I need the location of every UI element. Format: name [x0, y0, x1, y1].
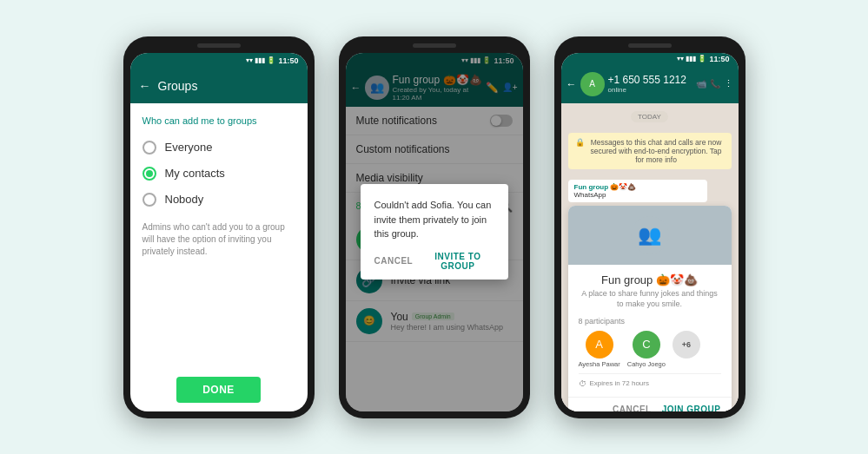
- dialog-box: Couldn't add Sofia. You can invite them …: [361, 184, 508, 280]
- info-card-body: Fun group 🎃🤡💩 A place to share funny jok…: [568, 265, 732, 397]
- clock-icon: ⏱: [579, 379, 586, 388]
- done-btn-wrapper: DONE: [130, 368, 308, 411]
- group-msg-sender: Fun group 🎃🤡💩: [574, 183, 701, 191]
- avatar-cahyo: C Cahyo Joego: [627, 331, 666, 368]
- lock-icon: 🔒: [575, 138, 585, 147]
- info-participants-count: 8 participants: [579, 317, 721, 326]
- back-arrow-3[interactable]: ←: [567, 78, 577, 90]
- app-bar-title-1: Groups: [158, 79, 299, 93]
- radio-circle-everyone: [142, 141, 156, 155]
- status-bar-3: ▾▾ ▮▮▮ 🔋 11:50: [561, 53, 739, 65]
- radio-label-mycontacts: My contacts: [165, 167, 225, 180]
- dialog-text: Couldn't add Sofia. You can invite them …: [374, 198, 494, 241]
- avatar-circle-ayesha: A: [586, 331, 613, 359]
- phone-2: ▾▾ ▮▮▮ 🔋 11:50 ← 👥 Fun group 🎃🤡💩 Created…: [339, 36, 530, 418]
- contact-status-bar: online: [608, 86, 692, 94]
- avatars-row: A Ayesha Pawar C Cahyo Joego: [579, 331, 721, 368]
- video-call-icon[interactable]: 📹: [696, 79, 706, 89]
- app-bar-1: ← Groups: [130, 69, 308, 103]
- info-group-name: Fun group 🎃🤡💩: [579, 273, 721, 286]
- avatar-letter-cahyo: C: [642, 338, 650, 351]
- today-label-wrapper: TODAY: [561, 103, 739, 126]
- groups-description: Admins who can't add you to a group will…: [142, 221, 295, 258]
- contact-title-block: +1 650 555 1212 online: [608, 74, 692, 94]
- radio-mycontacts[interactable]: My contacts: [142, 161, 295, 187]
- contact-name-bar: +1 650 555 1212: [608, 74, 692, 86]
- info-cancel-button[interactable]: CANCEL: [613, 405, 652, 411]
- wifi-icon: ▾▾: [246, 56, 253, 64]
- groups-content: Who can add me to groups Everyone My con…: [130, 103, 308, 368]
- info-card-header: 👥: [568, 206, 732, 265]
- phone-call-icon[interactable]: 📞: [710, 79, 720, 89]
- status-icons-3: ▾▾ ▮▮▮ 🔋: [677, 55, 706, 63]
- expires-row: ⏱ Expires in 72 hours: [579, 373, 721, 388]
- dialog-invite-button[interactable]: INVITE TO GROUP: [421, 252, 494, 271]
- avatar-letter-ayesha: A: [595, 338, 603, 351]
- status-time-3: 11:50: [709, 55, 729, 63]
- chat-bg: TODAY 🔒 Messages to this chat and calls …: [561, 103, 739, 411]
- bar-icons-3: 📹 📞 ⋮: [696, 78, 733, 89]
- avatar-circle-cahyo: C: [633, 331, 660, 359]
- phone-speaker-3: [628, 43, 672, 48]
- encryption-message: 🔒 Messages to this chat and calls are no…: [568, 133, 732, 169]
- group-avatar-large: 👥: [631, 216, 669, 254]
- info-card-actions: CANCEL JOIN GROUP: [568, 397, 732, 411]
- group-msg-source: WhatsApp: [574, 191, 701, 199]
- signal-icon: ▮▮▮: [255, 56, 265, 64]
- info-join-button[interactable]: JOIN GROUP: [662, 405, 721, 411]
- dialog-overlay: Couldn't add Sofia. You can invite them …: [346, 53, 523, 411]
- more-options-icon[interactable]: ⋮: [724, 78, 733, 89]
- encryption-text: Messages to this chat and calls are now …: [588, 138, 725, 164]
- radio-everyone[interactable]: Everyone: [142, 135, 295, 161]
- status-icons-1: ▾▾ ▮▮▮ 🔋: [246, 56, 275, 64]
- battery-icon: 🔋: [267, 56, 275, 64]
- radio-label-nobody: Nobody: [165, 193, 204, 206]
- expires-text: Expires in 72 hours: [590, 379, 649, 387]
- contact-avatar-3: A: [580, 72, 605, 96]
- avatar-plus-circle: +6: [673, 331, 700, 359]
- phone-1: ▾▾ ▮▮▮ 🔋 11:50 ← Groups Who can add me t…: [123, 36, 315, 418]
- radio-circle-nobody: [142, 193, 156, 207]
- status-bar-1: ▾▾ ▮▮▮ 🔋 11:50: [130, 53, 308, 69]
- avatar-ayesha: A Ayesha Pawar: [579, 331, 620, 368]
- avatar-plus: +6: [673, 331, 700, 359]
- radio-nobody[interactable]: Nobody: [142, 187, 295, 213]
- info-group-desc: A place to share funny jokes and things …: [579, 288, 721, 310]
- back-arrow-1[interactable]: ←: [139, 79, 151, 93]
- done-button[interactable]: DONE: [176, 377, 261, 403]
- battery-icon-3: 🔋: [698, 55, 706, 63]
- phone-3: ▾▾ ▮▮▮ 🔋 11:50 ← A +1 650 555 1212 onlin…: [554, 36, 745, 418]
- radio-circle-mycontacts: [142, 167, 156, 181]
- radio-label-everyone: Everyone: [165, 141, 213, 154]
- group-msg-bubble: Fun group 🎃🤡💩 WhatsApp: [568, 180, 707, 202]
- avatar-name-ayesha: Ayesha Pawar: [579, 360, 620, 368]
- signal-icon-3: ▮▮▮: [686, 55, 696, 63]
- phone-speaker-2: [413, 43, 456, 48]
- status-time-1: 11:50: [278, 56, 298, 65]
- section-label: Who can add me to groups: [142, 115, 295, 126]
- phone-speaker-1: [197, 43, 241, 48]
- today-label: TODAY: [631, 111, 668, 122]
- dialog-cancel-button[interactable]: CANCEL: [374, 252, 414, 271]
- dialog-actions: CANCEL INVITE TO GROUP: [374, 252, 494, 271]
- app-bar-3: ← A +1 650 555 1212 online 📹 📞 ⋮: [561, 65, 739, 103]
- wifi-icon-3: ▾▾: [677, 55, 684, 63]
- avatar-name-cahyo: Cahyo Joego: [627, 360, 666, 368]
- group-info-card: 👥 Fun group 🎃🤡💩 A place to share funny j…: [568, 206, 732, 411]
